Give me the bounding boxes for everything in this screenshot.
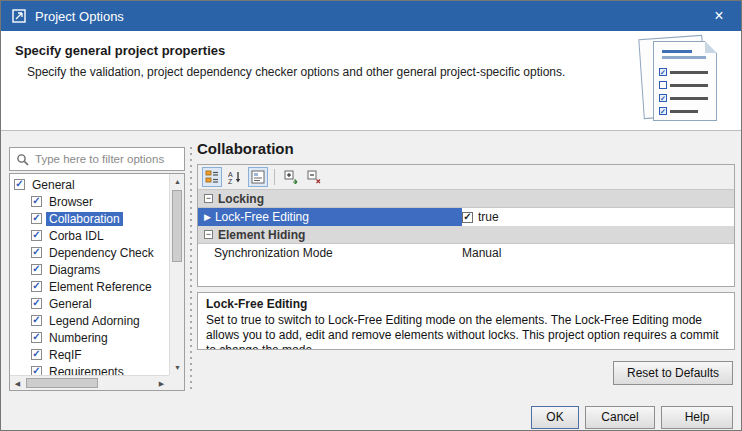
tree-item-diagrams[interactable]: ✓ Diagrams: [14, 261, 169, 278]
row-arrow-icon: ▶: [204, 212, 211, 222]
scroll-right-icon[interactable]: ▶: [154, 376, 169, 391]
document-illustration: ✓ ✓ ✓: [631, 35, 723, 127]
value-checkbox-icon[interactable]: ✓: [462, 212, 473, 223]
property-name: Lock-Free Editing: [215, 210, 309, 224]
tree-item-general[interactable]: ✓ General: [14, 295, 169, 312]
help-button[interactable]: Help: [661, 406, 733, 429]
description-title: Lock-Free Editing: [206, 297, 726, 311]
property-value: Manual: [462, 246, 501, 260]
collapse-properties-icon[interactable]: [304, 167, 324, 187]
ok-button[interactable]: OK: [531, 406, 579, 429]
expand-properties-icon[interactable]: [281, 167, 301, 187]
tree-content: ✓ General ✓ Browser ✓ Collaboration ✓ Co…: [10, 174, 169, 375]
tree-item-reqif[interactable]: ✓ ReqIF: [14, 346, 169, 363]
property-value: true: [478, 210, 499, 224]
doc-checkbox-icon: ✓: [659, 68, 667, 76]
checkbox-icon[interactable]: ✓: [31, 349, 42, 360]
checkbox-icon[interactable]: ✓: [14, 179, 25, 190]
tree-item-browser[interactable]: ✓ Browser: [14, 193, 169, 210]
dialog-title: Project Options: [35, 9, 124, 24]
checkbox-icon[interactable]: ✓: [31, 264, 42, 275]
header-title: Specify general project properties: [15, 43, 225, 58]
checkbox-icon[interactable]: ✓: [31, 230, 42, 241]
property-name-cell[interactable]: ▶ Lock-Free Editing: [198, 208, 462, 226]
filter-input[interactable]: [35, 153, 165, 165]
toolbar-separator: [274, 169, 275, 185]
property-name-cell[interactable]: Synchronization Mode: [198, 244, 462, 262]
close-icon[interactable]: ×: [707, 1, 731, 31]
tree-item-element-reference[interactable]: ✓ Element Reference: [14, 278, 169, 295]
checkbox-icon[interactable]: ✓: [31, 281, 42, 292]
tree-horizontal-scrollbar[interactable]: ◀ ▶: [10, 375, 169, 390]
tree-item-label: Browser: [46, 195, 96, 209]
tree-item-general-root[interactable]: ✓ General: [14, 176, 169, 193]
tree-item-corba-idl[interactable]: ✓ Corba IDL: [14, 227, 169, 244]
scrollbar-thumb[interactable]: [172, 190, 182, 262]
project-options-dialog: Project Options × Specify general projec…: [0, 0, 742, 431]
description-body: Set to true to switch to Lock-Free Editi…: [206, 313, 726, 350]
doc-checkbox-icon: ✓: [659, 107, 667, 115]
show-description-icon[interactable]: [248, 167, 268, 187]
group-label: Locking: [218, 192, 264, 206]
header-banner: Specify general project properties Speci…: [1, 31, 741, 131]
checkbox-icon[interactable]: ✓: [31, 366, 42, 375]
sort-alphabetically-icon[interactable]: A Z: [225, 167, 245, 187]
tree-item-label: General: [46, 297, 95, 311]
checkbox-icon[interactable]: ✓: [31, 196, 42, 207]
scroll-up-icon[interactable]: ▲: [170, 174, 185, 189]
property-row-synchronization-mode[interactable]: Synchronization Mode Manual: [198, 244, 734, 262]
tree-item-collaboration[interactable]: ✓ Collaboration: [14, 210, 169, 227]
tree-item-label: Dependency Check: [46, 246, 157, 260]
collapse-group-icon[interactable]: −: [204, 194, 213, 203]
doc-checkbox-icon: ✓: [659, 94, 667, 102]
property-row-lock-free-editing[interactable]: ▶ Lock-Free Editing ✓ true: [198, 208, 734, 226]
scroll-down-icon[interactable]: ▼: [170, 360, 185, 375]
group-row-element-hiding[interactable]: − Element Hiding: [198, 226, 734, 244]
panel-splitter[interactable]: [187, 147, 195, 391]
options-tree: ✓ General ✓ Browser ✓ Collaboration ✓ Co…: [9, 173, 185, 391]
checkbox-icon[interactable]: ✓: [31, 332, 42, 343]
scroll-left-icon[interactable]: ◀: [10, 376, 25, 391]
checkbox-icon[interactable]: ✓: [31, 213, 42, 224]
checkbox-icon[interactable]: ✓: [31, 247, 42, 258]
tree-item-dependency-check[interactable]: ✓ Dependency Check: [14, 244, 169, 261]
tree-vertical-scrollbar[interactable]: ▲ ▼: [169, 174, 184, 375]
tree-item-legend-adorning[interactable]: ✓ Legend Adorning: [14, 312, 169, 329]
search-icon: [16, 153, 29, 166]
cancel-button[interactable]: Cancel: [585, 406, 655, 429]
checkbox-icon[interactable]: ✓: [31, 315, 42, 326]
tree-item-label: Corba IDL: [46, 229, 107, 243]
svg-text:A: A: [228, 171, 233, 178]
properties-toolbar: A Z: [198, 165, 734, 190]
tree-item-label: Numbering: [46, 331, 111, 345]
tree-item-label: General: [29, 178, 78, 192]
reset-to-defaults-button[interactable]: Reset to Defaults: [613, 361, 733, 385]
group-row-locking[interactable]: − Locking: [198, 190, 734, 208]
group-label: Element Hiding: [218, 228, 305, 242]
tree-item-label: Legend Adorning: [46, 314, 143, 328]
tree-item-requirements[interactable]: ✓ Requirements: [14, 363, 169, 375]
description-panel: Lock-Free Editing Set to true to switch …: [197, 292, 735, 350]
properties-table: A Z: [197, 164, 735, 287]
filter-box: [9, 147, 185, 171]
collapse-group-icon[interactable]: −: [204, 230, 213, 239]
header-subtitle: Specify the validation, project dependen…: [27, 65, 565, 79]
property-value-cell[interactable]: Manual: [462, 244, 734, 262]
tree-item-label: Requirements: [46, 365, 127, 376]
doc-checkbox-icon: [659, 81, 667, 89]
tree-item-label: Diagrams: [46, 263, 103, 277]
tree-item-label: Element Reference: [46, 280, 155, 294]
tree-item-label: ReqIF: [46, 348, 85, 362]
footer-buttons: OK Cancel Help: [1, 402, 741, 431]
categorized-view-icon[interactable]: [202, 167, 222, 187]
scrollbar-corner: [169, 375, 184, 390]
checkbox-icon[interactable]: ✓: [31, 298, 42, 309]
scrollbar-thumb[interactable]: [26, 378, 98, 388]
app-icon: [11, 8, 27, 24]
titlebar: Project Options ×: [1, 1, 741, 31]
tree-item-numbering[interactable]: ✓ Numbering: [14, 329, 169, 346]
property-value-cell[interactable]: ✓ true: [462, 208, 734, 226]
tree-item-label: Collaboration: [46, 212, 123, 226]
property-name: Synchronization Mode: [214, 246, 333, 260]
document-page-front: ✓ ✓ ✓: [653, 41, 717, 121]
